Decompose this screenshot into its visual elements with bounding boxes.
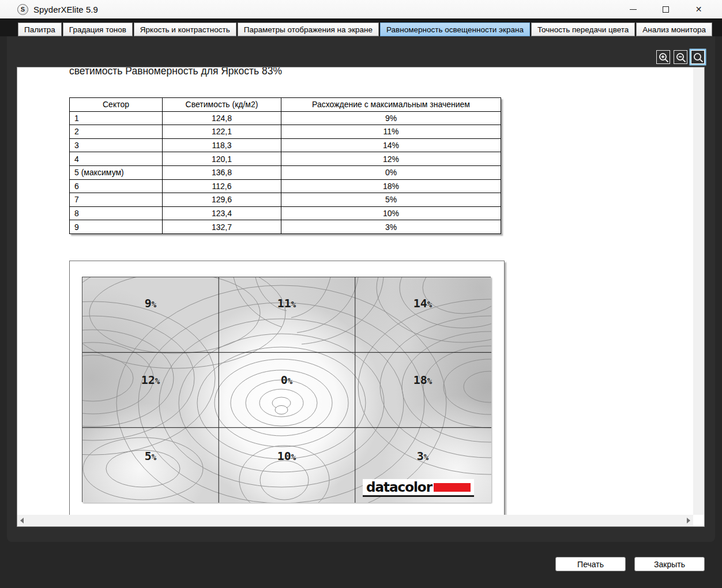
table-cell: 129,6 (163, 193, 281, 207)
print-button[interactable]: Печать (555, 557, 626, 571)
table-row: 4120,112% (70, 152, 501, 166)
report-viewport: светимость Равномерность для Яркость 83%… (17, 67, 705, 527)
contour-minimum-marker (275, 406, 288, 414)
table-cell: 10% (281, 206, 501, 220)
minimize-icon (630, 9, 637, 10)
map-cell-label: 18% (413, 373, 433, 387)
window-controls: ✕ (616, 0, 715, 18)
horizontal-scrollbar[interactable] (17, 515, 693, 526)
datacolor-logo-text: datacolor (366, 481, 432, 495)
map-cell-label: 12% (141, 373, 160, 387)
table-cell: 3% (281, 220, 501, 234)
table-cell: 9 (70, 220, 163, 234)
column-header: Расхождение с максимальным значением (281, 98, 501, 112)
table-cell: 124,8 (163, 111, 281, 125)
map-cell-label: 0% (281, 373, 292, 387)
table-cell: 0% (281, 165, 501, 179)
table-cell: 1 (70, 111, 163, 125)
maximize-icon (663, 6, 669, 13)
uniformity-map-box: 9%11%14%12%0%18%5%10%3% datacolor (69, 261, 505, 515)
report-page: светимость Равномерность для Яркость 83%… (17, 67, 694, 515)
table-cell: 11% (281, 125, 501, 139)
table-row: 5 (максимум)136,80% (70, 165, 501, 179)
report-title: светимость Равномерность для Яркость 83% (69, 67, 282, 77)
tab-2[interactable]: Градация тонов (63, 22, 133, 36)
minimize-button[interactable] (616, 0, 649, 18)
table-cell: 5% (281, 193, 501, 207)
tab-5[interactable]: Равномерность освещенности экрана (380, 22, 530, 36)
table-row: 6112,618% (70, 179, 501, 193)
table-row: 3118,314% (70, 138, 501, 152)
close-button[interactable]: ✕ (682, 0, 715, 18)
map-cell-label: 11% (277, 296, 296, 310)
table-cell: 14% (281, 138, 501, 152)
table-cell: 2 (70, 125, 163, 139)
table-cell: 8 (70, 206, 163, 220)
vertical-scrollbar[interactable] (693, 67, 704, 515)
zoom-out-icon[interactable] (674, 50, 687, 64)
table-cell: 112,6 (163, 179, 281, 193)
table-row: 1124,89% (70, 111, 501, 125)
table-cell: 7 (70, 193, 163, 207)
app-logo-icon: S (17, 4, 28, 15)
zoom-select-icon[interactable] (691, 50, 705, 64)
map-cell-label: 3% (417, 449, 428, 463)
close-dialog-button[interactable]: Закрыть (634, 557, 705, 571)
column-header: Сектор (70, 98, 163, 112)
table-cell: 9% (281, 111, 501, 125)
tab-6[interactable]: Точность передачи цвета (531, 22, 635, 36)
column-header: Светимость (кд/м2) (163, 98, 281, 112)
tab-3[interactable]: Яркость и контрастность (134, 22, 236, 36)
tab-7[interactable]: Анализ монитора (636, 22, 712, 36)
uniformity-map: 9%11%14%12%0%18%5%10%3% datacolor (82, 277, 491, 502)
maximize-button[interactable] (649, 0, 682, 18)
datacolor-logo: datacolor (363, 479, 474, 497)
table-cell: 136,8 (163, 165, 281, 179)
map-cell-label: 10% (277, 449, 296, 463)
zoom-toolbar (656, 50, 705, 64)
map-cell-label: 9% (145, 296, 156, 310)
datacolor-logo-red-bar (434, 483, 471, 492)
table-row: 7129,65% (70, 193, 501, 207)
table-cell: 5 (максимум) (70, 165, 163, 179)
scroll-right-arrow-icon[interactable] (687, 518, 690, 523)
table-cell: 118,3 (163, 138, 281, 152)
table-cell: 132,7 (163, 220, 281, 234)
table-row: 8123,410% (70, 206, 501, 220)
table-cell: 4 (70, 152, 163, 166)
table-cell: 6 (70, 179, 163, 193)
contour-plot (82, 277, 491, 503)
scroll-left-arrow-icon[interactable] (20, 518, 24, 523)
table-cell: 123,4 (163, 206, 281, 220)
scrollbar-corner (693, 515, 704, 526)
table-cell: 122,1 (163, 125, 281, 139)
table-header-row: СекторСветимость (кд/м2)Расхождение с ма… (70, 98, 501, 112)
content-panel: светимость Равномерность для Яркость 83%… (7, 36, 715, 542)
tab-bar: ПалитраГрадация тоновЯркость и контрастн… (0, 18, 722, 36)
zoom-in-icon[interactable] (656, 50, 670, 64)
title-bar: S SpyderXElite 5.9 ✕ (0, 0, 722, 18)
close-icon: ✕ (695, 5, 702, 13)
table-cell: 12% (281, 152, 501, 166)
table-cell: 18% (281, 179, 501, 193)
tab-1[interactable]: Палитра (18, 22, 62, 36)
window-title: SpyderXElite 5.9 (33, 5, 98, 14)
table-row: 9132,73% (70, 220, 501, 234)
map-cell-label: 5% (145, 449, 156, 463)
map-cell-label: 14% (413, 296, 433, 310)
table-cell: 120,1 (163, 152, 281, 166)
tab-4[interactable]: Параметры отображения на экране (238, 22, 379, 36)
sector-table: СекторСветимость (кд/м2)Расхождение с ма… (69, 97, 501, 234)
table-cell: 3 (70, 138, 163, 152)
table-row: 2122,111% (70, 125, 501, 139)
